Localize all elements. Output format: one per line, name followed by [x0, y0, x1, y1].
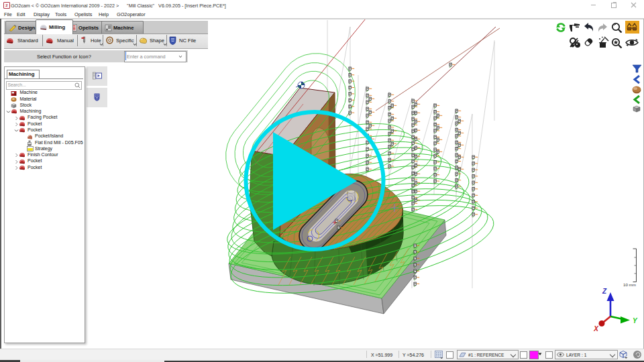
svg-text:Y: Y [633, 317, 638, 324]
svg-text:10 mm: 10 mm [623, 282, 636, 287]
svg-text:X: X [593, 325, 599, 333]
svg-text:Z: Z [602, 288, 607, 295]
